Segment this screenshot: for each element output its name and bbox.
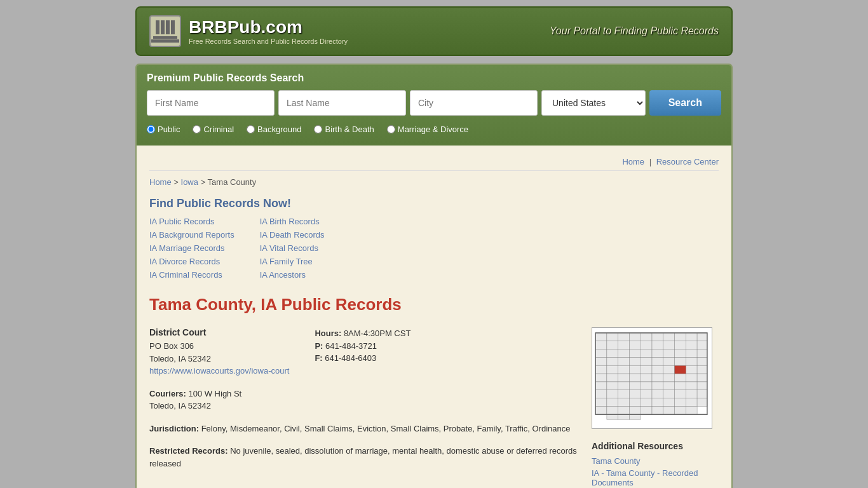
svg-rect-57 (663, 374, 675, 382)
district-court-block: District Court PO Box 306 Toledo, IA 523… (149, 327, 579, 377)
top-nav-home[interactable]: Home (622, 157, 644, 166)
additional-resources: Additional Resources Tama County IA - Ta… (592, 441, 719, 487)
link-ia-birth[interactable]: IA Birth Records (260, 217, 325, 226)
top-nav-resource[interactable]: Resource Center (656, 157, 719, 166)
link-ia-background[interactable]: IA Background Reports (149, 230, 234, 240)
svg-rect-18 (675, 341, 686, 349)
svg-rect-61 (595, 382, 607, 390)
svg-rect-96 (652, 406, 663, 414)
court-address1: PO Box 306 (149, 340, 289, 353)
svg-rect-77 (663, 390, 675, 398)
svg-rect-90 (697, 398, 707, 407)
additional-link-recorded-docs[interactable]: IA - Tama County - Recorded Documents (592, 468, 719, 487)
country-select[interactable]: United States (541, 90, 646, 116)
svg-rect-15 (641, 341, 652, 349)
court-website-link[interactable]: https://www.iowacourts.gov/iowa-court (149, 366, 289, 376)
svg-rect-69 (686, 382, 697, 390)
svg-rect-44 (629, 365, 641, 374)
svg-rect-97 (663, 406, 675, 414)
restricted-text: Restricted Records: No juvenile, sealed,… (149, 445, 579, 470)
svg-rect-95 (641, 406, 652, 414)
svg-rect-82 (607, 398, 618, 407)
svg-rect-71 (595, 390, 607, 398)
svg-rect-40 (697, 357, 707, 365)
additional-link-tama-county[interactable]: Tama County (592, 456, 719, 466)
city-input[interactable] (410, 90, 538, 116)
svg-rect-54 (629, 374, 641, 382)
logo-area: BRBPub.com Free Records Search and Publi… (149, 15, 348, 47)
svg-rect-87 (663, 398, 675, 407)
radio-public-text: Public (158, 125, 180, 134)
radio-marriage-label[interactable]: Marriage & Divorce (387, 125, 468, 134)
svg-rect-21 (595, 349, 607, 358)
radio-birth-death-label[interactable]: Birth & Death (314, 125, 374, 134)
couriers-line: Couriers: 100 W High St (149, 388, 579, 400)
svg-rect-59 (686, 374, 697, 382)
svg-rect-27 (663, 349, 675, 358)
svg-rect-83 (618, 398, 630, 407)
svg-rect-4 (629, 333, 641, 341)
radio-birth-death-text: Birth & Death (325, 125, 374, 134)
svg-rect-7 (663, 333, 675, 341)
iowa-map-svg (592, 327, 712, 429)
svg-rect-10 (697, 333, 707, 341)
site-title: BRBPub.com (189, 17, 348, 37)
svg-rect-60 (697, 374, 707, 382)
svg-rect-38 (675, 357, 686, 365)
radio-marriage[interactable] (387, 125, 395, 133)
radio-public[interactable] (147, 125, 155, 133)
radio-public-label[interactable]: Public (147, 125, 180, 134)
link-ia-family-tree[interactable]: IA Family Tree (260, 257, 325, 266)
link-ia-marriage[interactable]: IA Marriage Records (149, 243, 234, 253)
last-name-input[interactable] (278, 90, 406, 116)
svg-rect-52 (607, 374, 618, 382)
svg-rect-8 (675, 333, 686, 341)
link-ia-death[interactable]: IA Death Records (260, 230, 325, 240)
first-name-input[interactable] (147, 90, 275, 116)
svg-rect-19 (686, 341, 697, 349)
breadcrumb-state[interactable]: Iowa (181, 177, 198, 187)
radio-criminal[interactable] (193, 125, 201, 133)
svg-rect-29 (686, 349, 697, 358)
site-header: BRBPub.com Free Records Search and Publi… (135, 6, 733, 56)
link-ia-vital[interactable]: IA Vital Records (260, 243, 325, 253)
link-ia-divorce[interactable]: IA Divorce Records (149, 257, 234, 266)
svg-rect-88 (675, 398, 686, 407)
link-ia-ancestors[interactable]: IA Ancestors (260, 270, 325, 280)
court-name: District Court (149, 327, 289, 337)
search-button[interactable]: Search (649, 90, 721, 116)
breadcrumb-home[interactable]: Home (149, 177, 172, 187)
link-ia-criminal[interactable]: IA Criminal Records (149, 270, 234, 280)
svg-rect-56 (652, 374, 663, 382)
radio-background-text: Background (257, 125, 301, 134)
jurisdiction-value: Felony, Misdemeanor, Civil, Small Claims… (201, 424, 571, 433)
svg-rect-50 (697, 365, 707, 374)
records-left-col: IA Public Records IA Background Reports … (149, 217, 234, 280)
svg-rect-32 (607, 357, 618, 365)
svg-rect-22 (607, 349, 618, 358)
svg-rect-16 (652, 341, 663, 349)
iowa-map-container (592, 327, 719, 431)
radio-criminal-label[interactable]: Criminal (193, 125, 234, 134)
content-area: Home | Resource Center Home > Iowa > Tam… (137, 146, 731, 488)
svg-rect-67 (663, 382, 675, 390)
main-content-left: District Court PO Box 306 Toledo, IA 523… (149, 327, 579, 488)
svg-rect-34 (629, 357, 641, 365)
svg-rect-46 (652, 365, 663, 374)
svg-rect-42 (607, 365, 618, 374)
court-address2: Toledo, IA 52342 (149, 353, 289, 365)
link-ia-public-records[interactable]: IA Public Records (149, 217, 234, 226)
svg-rect-53 (618, 374, 630, 382)
additional-resources-title: Additional Resources (592, 441, 719, 451)
radio-birth-death[interactable] (314, 125, 322, 133)
svg-rect-6 (652, 333, 663, 341)
top-nav: Home | Resource Center (149, 153, 719, 171)
svg-rect-28 (675, 349, 686, 358)
radio-background[interactable] (247, 125, 255, 133)
svg-rect-39 (686, 357, 697, 365)
records-links-grid: IA Public Records IA Background Reports … (149, 217, 719, 280)
svg-rect-13 (618, 341, 630, 349)
county-title: Tama County, IA Public Records (149, 295, 719, 315)
svg-rect-51 (595, 374, 607, 382)
radio-background-label[interactable]: Background (247, 125, 301, 134)
